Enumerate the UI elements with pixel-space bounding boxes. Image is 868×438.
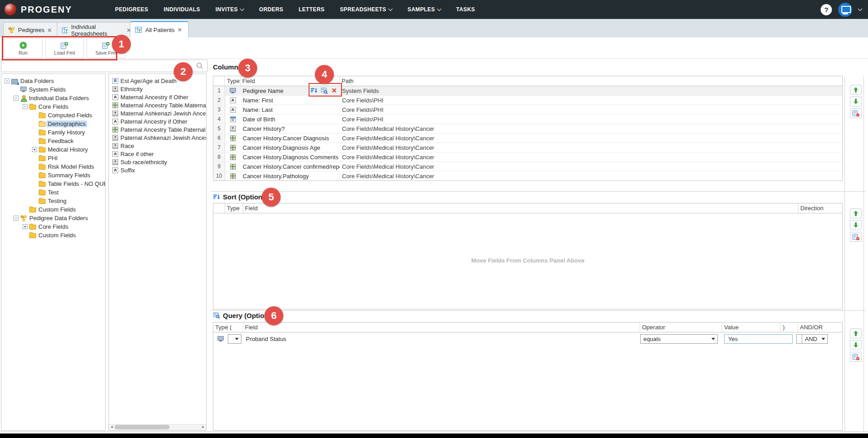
table-row[interactable]: 7Cancer History.Diagnosis AgeCore Fields… xyxy=(213,143,842,152)
tree-item-feedback[interactable]: Feedback xyxy=(1,137,105,145)
sort-delete-button[interactable] xyxy=(850,232,862,242)
list-item[interactable]: Maternal Ashkenazi Jewish Ancestry xyxy=(109,109,206,117)
list-item[interactable]: Paternal Ashkenazi Jewish Ancestry xyxy=(109,134,206,142)
columns-delete-button[interactable] xyxy=(850,108,862,118)
select-field-icon xyxy=(112,159,118,165)
collapse-icon[interactable]: - xyxy=(14,216,18,221)
open-paren-dropdown[interactable] xyxy=(228,334,241,344)
search-input[interactable] xyxy=(5,61,196,71)
spreadsheet-icon xyxy=(135,27,142,33)
list-item[interactable]: Race xyxy=(109,142,206,150)
columns-move-up-button[interactable] xyxy=(850,85,862,95)
list-item[interactable]: Suffix xyxy=(109,166,206,174)
table-row[interactable]: 6Cancer History.Cancer DiagnosisCore Fie… xyxy=(213,134,842,143)
tree-item-test[interactable]: Test xyxy=(1,188,105,197)
list-item[interactable]: Paternal Ancestry Table.Paternal Ance xyxy=(109,125,206,134)
tree-item-pedigree-custom-fields[interactable]: Custom Fields xyxy=(1,231,105,240)
sort-move-down-button[interactable] xyxy=(850,220,862,230)
list-item[interactable]: Paternal Ancestry if Other xyxy=(109,117,206,125)
folder-icon xyxy=(39,130,46,135)
query-move-up-button[interactable] xyxy=(850,328,862,338)
tree-item-computed-fields[interactable]: Computed Fields xyxy=(1,111,105,120)
scrollbar-thumb[interactable] xyxy=(115,425,170,429)
menu-individuals[interactable]: INDIVIDUALS xyxy=(164,6,200,13)
tab-pedigrees[interactable]: Pedigrees × xyxy=(3,22,64,37)
collapse-icon[interactable]: - xyxy=(5,78,9,83)
close-icon[interactable]: × xyxy=(178,27,182,32)
table-row[interactable]: 2Name: FirstCore Fields\PHI xyxy=(213,96,842,105)
tree-item-table-fields-no-query[interactable]: Table Fields - NO QUERY xyxy=(1,180,105,188)
collapse-icon[interactable]: - xyxy=(23,104,28,109)
menu-tasks[interactable]: TASKS xyxy=(456,6,475,13)
andor-dropdown[interactable]: AND xyxy=(802,334,828,344)
folder-icon xyxy=(39,190,46,195)
list-item[interactable]: Maternal Ancestry if Other xyxy=(109,93,206,101)
tree-item-phi[interactable]: PHI xyxy=(1,154,105,162)
tree-item-medical-history[interactable]: +Medical History xyxy=(1,145,105,154)
list-item[interactable]: Ethnicity xyxy=(109,85,206,93)
dropdown-arrow-icon xyxy=(235,338,239,340)
table-row[interactable]: 1 Pedigree Name ✕ System Fields xyxy=(213,86,842,96)
tree-item-testing[interactable]: Testing xyxy=(1,197,105,205)
list-item[interactable]: Sub race/ethnicity xyxy=(109,158,206,166)
columns-move-down-button[interactable] xyxy=(850,97,862,106)
query-delete-button[interactable] xyxy=(850,352,862,362)
expand-icon[interactable]: + xyxy=(23,224,28,229)
menu-invites[interactable]: INVITES xyxy=(216,6,244,13)
list-item[interactable]: Maternal Ancestry Table.Maternal Ance xyxy=(109,101,206,109)
topbar-right: ? xyxy=(821,3,862,17)
scroll-right-icon[interactable]: ► xyxy=(200,424,206,430)
help-icon[interactable]: ? xyxy=(821,4,832,15)
table-row[interactable]: 10Cancer History.PathologyCore Fields\Me… xyxy=(213,171,842,180)
table-row[interactable]: 8Cancer History.Diagnosis CommentsCore F… xyxy=(213,152,842,162)
tree-item-risk-model-fields[interactable]: Risk Model Fields xyxy=(1,162,105,171)
tree-item-core-fields[interactable]: -Core Fields xyxy=(1,102,105,111)
sort-move-up-button[interactable] xyxy=(850,208,862,218)
tree-item-individual-data-folders[interactable]: -Individual Data Folders xyxy=(1,94,105,102)
user-menu-chevron-icon[interactable] xyxy=(858,7,863,11)
user-avatar[interactable] xyxy=(838,3,852,17)
text-field-icon xyxy=(112,167,118,173)
table-row[interactable]: 9Cancer History.Cancer confirmed/reporte… xyxy=(213,162,842,171)
tab-all-patients[interactable]: All Patients × xyxy=(130,21,189,37)
tree-item-pedigree-core-fields[interactable]: +Core Fields xyxy=(1,222,105,231)
columns-section-title: Columns xyxy=(213,63,242,71)
move-down-icon xyxy=(853,222,859,228)
table-row[interactable]: 4Date of BirthCore Fields\PHI xyxy=(213,115,842,124)
menu-orders[interactable]: ORDERS xyxy=(259,6,283,13)
menu-spreadsheets[interactable]: SPREADSHEETS xyxy=(340,6,392,13)
operator-dropdown[interactable]: equals xyxy=(640,334,718,344)
tree-item-summary-fields[interactable]: Summary Fields xyxy=(1,171,105,180)
annotation-callout-5: 5 xyxy=(262,188,281,207)
pedigree-icon xyxy=(8,27,15,33)
horizontal-scrollbar[interactable]: ◄ ► xyxy=(109,424,206,430)
field-list-panel: Est Age/Age at Death Ethnicity Maternal … xyxy=(108,74,207,431)
table-field-icon xyxy=(230,173,236,179)
menu-pedigrees[interactable]: PEDIGREES xyxy=(115,6,148,13)
data-folders-icon xyxy=(11,78,18,84)
sort-table: Type Field Direction xyxy=(213,203,843,309)
tree-item-family-history[interactable]: Family History xyxy=(1,128,105,137)
query-move-down-button[interactable] xyxy=(850,340,862,350)
menu-letters[interactable]: LETTERS xyxy=(299,6,324,13)
tree-item-demographics[interactable]: Demographics xyxy=(1,120,105,128)
tree-item-system-fields[interactable]: System Fields xyxy=(1,85,105,94)
collapse-icon[interactable]: - xyxy=(14,96,18,101)
table-field-icon xyxy=(112,102,118,108)
close-icon[interactable]: × xyxy=(48,28,52,33)
tree-item-custom-fields[interactable]: Custom Fields xyxy=(1,205,105,214)
tree-item-pedigree-data-folders[interactable]: -Pedigree Data Folders xyxy=(1,214,105,222)
scroll-left-icon[interactable]: ◄ xyxy=(109,424,115,430)
list-item[interactable]: Est Age/Age at Death xyxy=(109,77,206,85)
folder-icon xyxy=(39,165,46,170)
table-row[interactable]: 5Cancer History?Core Fields\Medical Hist… xyxy=(213,124,842,134)
list-item[interactable]: Race if other xyxy=(109,150,206,158)
tree-item-data-folders[interactable]: -Data Folders xyxy=(1,77,105,85)
monitor-field-icon xyxy=(217,336,224,342)
select-field-icon xyxy=(112,86,118,92)
expand-icon[interactable]: + xyxy=(32,147,37,152)
delete-row-icon xyxy=(852,354,860,360)
menu-samples[interactable]: SAMPLES xyxy=(407,6,441,13)
text-field-icon xyxy=(112,94,118,100)
table-row[interactable]: 3Name: LastCore Fields\PHI xyxy=(213,105,842,115)
